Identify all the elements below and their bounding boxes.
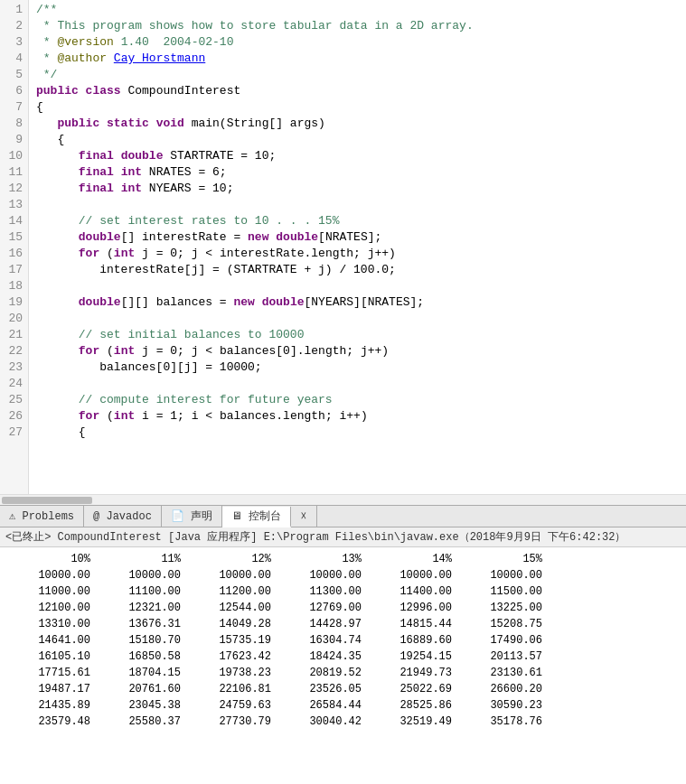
table-row: 23579.4825580.3727730.7930040.4232519.49… <box>7 714 679 730</box>
code-line: */ <box>36 67 686 83</box>
token-plain <box>36 117 57 130</box>
line-number: 20 <box>4 311 23 327</box>
code-content[interactable]: /** * This program shows how to store ta… <box>29 0 686 494</box>
table-cell: 11200.00 <box>188 583 278 600</box>
code-editor: 1234567891011121314151617181920212223242… <box>0 0 686 506</box>
token-plain: NYEARS = 10; <box>149 182 234 195</box>
line-numbers: 1234567891011121314151617181920212223242… <box>0 0 29 494</box>
token-kw: public <box>36 84 86 98</box>
token-kw: int <box>114 247 142 260</box>
code-line <box>36 376 686 392</box>
tab-declaration[interactable]: 📄 声明 <box>162 506 222 527</box>
token-cm: // set initial balances to 10000 <box>79 328 305 341</box>
code-line: { <box>36 425 686 441</box>
line-number: 8 <box>4 116 23 132</box>
table-cell: 11500.00 <box>459 583 550 600</box>
table-cell: 24759.63 <box>188 697 278 714</box>
console-header-cell: 12% <box>188 551 278 567</box>
token-plain: [] interestRate = <box>121 230 248 244</box>
token-kw: new <box>233 295 261 309</box>
table-cell: 23526.05 <box>278 681 369 697</box>
table-cell: 30590.23 <box>459 697 550 714</box>
token-plain: { <box>36 133 64 146</box>
code-line: final double STARTRATE = 10; <box>36 148 686 164</box>
token-annot: @version <box>57 35 113 49</box>
table-cell: 22106.81 <box>188 681 278 697</box>
tab-bar: ⚠ Problems @ Javadoc 📄 声明 🖥 控制台 ☓ <box>0 506 686 527</box>
scroll-thumb[interactable] <box>2 497 92 504</box>
token-plain <box>36 230 79 244</box>
token-kw: int <box>114 344 142 358</box>
table-row: 17715.6118704.1519738.2320819.5221949.73… <box>7 665 679 681</box>
tab-console[interactable]: 🖥 控制台 <box>222 507 291 527</box>
code-line <box>36 311 686 327</box>
line-number: 9 <box>4 132 23 148</box>
token-kw: new <box>248 230 276 244</box>
token-plain <box>36 409 79 423</box>
code-line: public class CompoundInterest <box>36 83 686 99</box>
token-plain <box>36 328 79 341</box>
token-plain <box>36 295 79 309</box>
token-kw: double <box>121 149 171 163</box>
console-header-cell: 11% <box>98 551 188 567</box>
token-kw: final <box>79 182 121 195</box>
token-plain <box>36 182 79 195</box>
table-cell: 13676.31 <box>98 616 188 632</box>
token-plain: ( <box>107 247 114 260</box>
table-cell: 30040.42 <box>278 714 369 730</box>
line-number: 17 <box>4 262 23 278</box>
line-number: 11 <box>4 164 23 181</box>
line-number: 24 <box>4 376 23 392</box>
tab-close[interactable]: ☓ <box>291 506 316 527</box>
table-cell: 12100.00 <box>7 600 98 616</box>
table-cell: 14428.97 <box>278 616 369 632</box>
token-cm: This program shows how to store tabular … <box>57 19 473 33</box>
line-number: 25 <box>4 392 23 408</box>
token-plain <box>36 247 79 260</box>
line-number: 22 <box>4 343 23 359</box>
table-cell: 21435.89 <box>7 697 98 714</box>
line-number: 10 <box>4 148 23 164</box>
token-kw: int <box>114 409 142 423</box>
close-icon: ☓ <box>300 509 306 523</box>
table-cell: 20761.60 <box>98 681 188 697</box>
horizontal-scrollbar[interactable] <box>0 494 686 505</box>
line-number: 19 <box>4 294 23 311</box>
token-plain: [NYEARS][NRATES]; <box>304 295 424 309</box>
table-cell: 10000.00 <box>98 567 188 583</box>
token-cm: 1.40 2004-02-10 <box>114 35 234 49</box>
line-number: 18 <box>4 278 23 294</box>
table-cell: 10000.00 <box>369 567 459 583</box>
table-cell: 20819.52 <box>278 665 369 681</box>
line-number: 7 <box>4 99 23 116</box>
token-plain: { <box>36 100 43 114</box>
console-output: 10%11%12%13%14%15% 10000.0010000.0010000… <box>0 547 686 784</box>
code-line: for (int j = 0; j < interestRate.length;… <box>36 246 686 262</box>
table-cell: 16850.58 <box>98 649 188 665</box>
token-plain: i = 1; i < balances.length; i++) <box>142 409 368 423</box>
table-cell: 11300.00 <box>278 583 369 600</box>
tab-problems[interactable]: ⚠ Problems <box>0 506 84 527</box>
table-cell: 28525.86 <box>369 697 459 714</box>
code-line: final int NYEARS = 10; <box>36 181 686 197</box>
line-number: 5 <box>4 67 23 83</box>
token-cm <box>107 51 114 65</box>
table-row: 14641.0015180.7015735.1916304.7416889.60… <box>7 632 679 649</box>
token-kw: void <box>156 117 192 130</box>
token-plain <box>36 149 79 163</box>
line-number: 12 <box>4 181 23 197</box>
table-row: 11000.0011100.0011200.0011300.0011400.00… <box>7 583 679 600</box>
token-kw: final <box>79 165 121 179</box>
code-line <box>36 278 686 294</box>
token-kw: double <box>262 295 305 309</box>
token-kw: for <box>79 409 107 423</box>
table-cell: 11100.00 <box>98 583 188 600</box>
code-line: { <box>36 132 686 148</box>
code-line: * @version 1.40 2004-02-10 <box>36 34 686 51</box>
code-line: * This program shows how to store tabula… <box>36 18 686 34</box>
console-header-cell: 15% <box>459 551 550 567</box>
table-cell: 19487.17 <box>7 681 98 697</box>
token-plain: j = 0; j < interestRate.length; j++) <box>142 247 396 260</box>
tab-javadoc[interactable]: @ Javadoc <box>84 506 162 527</box>
table-cell: 19738.23 <box>188 665 278 681</box>
